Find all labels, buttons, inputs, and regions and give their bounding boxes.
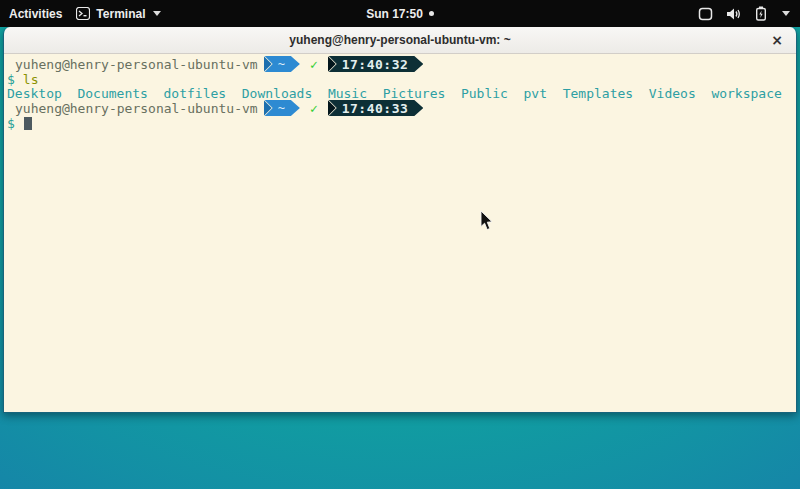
time-segment: 17:40:33 xyxy=(329,100,424,116)
titlebar[interactable]: yuheng@henry-personal-ubuntu-vm: ~ × xyxy=(4,27,796,54)
chevron-down-icon xyxy=(782,11,790,16)
directory-name: Desktop xyxy=(7,86,62,101)
command-line: $ ls xyxy=(4,72,796,86)
time-segment: 17:40:32 xyxy=(329,56,424,72)
directory-name: Pictures xyxy=(383,86,446,101)
status-check-icon: ✓ xyxy=(310,101,318,116)
system-menu[interactable] xyxy=(684,0,800,27)
window-title: yuheng@henry-personal-ubuntu-vm: ~ xyxy=(289,33,510,47)
prompt-symbol: $ xyxy=(7,72,15,87)
user-host-text: yuheng@henry-personal-ubuntu-vm xyxy=(15,101,258,116)
command-text: ls xyxy=(23,72,39,87)
directory-name: Music xyxy=(328,86,367,101)
chevron-down-icon xyxy=(153,11,161,16)
user-host-text: yuheng@henry-personal-ubuntu-vm xyxy=(15,57,258,72)
status-check-icon: ✓ xyxy=(310,57,318,72)
terminal-window: yuheng@henry-personal-ubuntu-vm: ~ × yuh… xyxy=(3,27,797,413)
directory-name: pvt xyxy=(524,86,547,101)
terminal-content[interactable]: yuheng@henry-personal-ubuntu-vm ~ ✓ 17:4… xyxy=(4,54,796,412)
prompt-symbol: $ xyxy=(7,116,15,131)
activities-button[interactable]: Activities xyxy=(9,7,62,21)
directory-name: Public xyxy=(461,86,508,101)
volume-icon xyxy=(726,7,742,21)
directory-name: dotfiles xyxy=(164,86,227,101)
directory-name: Documents xyxy=(77,86,147,101)
directory-name: Downloads xyxy=(242,86,312,101)
clock-label: Sun 17:50 xyxy=(366,7,423,21)
directory-name: Videos xyxy=(649,86,696,101)
app-menu-terminal[interactable]: Terminal xyxy=(76,7,161,21)
top-bar: Activities Terminal Sun 17:50 xyxy=(0,0,800,27)
close-button[interactable]: × xyxy=(771,33,783,47)
directory-name: workspace xyxy=(711,86,781,101)
terminal-icon xyxy=(76,7,90,20)
directory-name: Templates xyxy=(563,86,633,101)
app-menu-label: Terminal xyxy=(96,7,145,21)
input-line[interactable]: $ xyxy=(4,116,796,130)
battery-charging-icon xyxy=(755,6,767,21)
prompt-line-2: yuheng@henry-personal-ubuntu-vm ~ ✓ 17:4… xyxy=(4,100,796,116)
ls-output-line: DesktopDocumentsdotfilesDownloadsMusicPi… xyxy=(4,86,796,100)
notification-dot-icon xyxy=(429,11,434,16)
screen-icon xyxy=(698,7,713,21)
prompt-line-1: yuheng@henry-personal-ubuntu-vm ~ ✓ 17:4… xyxy=(4,56,796,72)
text-cursor xyxy=(24,117,32,130)
